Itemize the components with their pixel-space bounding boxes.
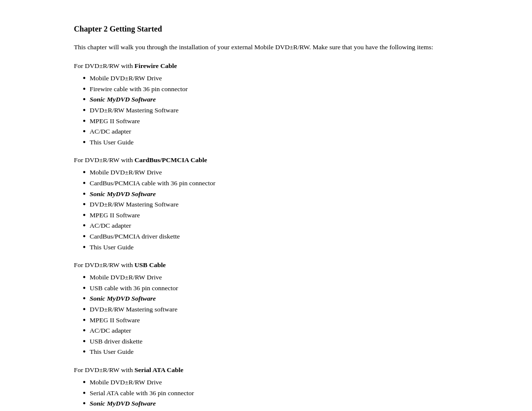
- section-heading-firewire: For DVD±R/RW with Firewire Cable: [74, 62, 458, 70]
- section-usb: For DVD±R/RW with USB CableMobile DVD±R/…: [74, 261, 458, 357]
- list-item: MPEG II Software: [83, 315, 458, 326]
- section-heading-cardbus: For DVD±R/RW with CardBus/PCMCIA Cable: [74, 156, 458, 164]
- list-item: Sonic MyDVD Software: [83, 398, 458, 409]
- list-item: USB driver diskette: [83, 336, 458, 347]
- list-item: Serial ATA cable with 36 pin connector: [83, 388, 458, 399]
- list-item: DVD±R/RW Mastering software: [83, 409, 458, 411]
- list-item: DVD±R/RW Mastering Software: [83, 199, 458, 210]
- sections-container: For DVD±R/RW with Firewire CableMobile D…: [74, 62, 458, 411]
- list-item: Mobile DVD±R/RW Drive: [83, 73, 458, 84]
- list-item: MPEG II Software: [83, 116, 458, 127]
- bullet-list-cardbus: Mobile DVD±R/RW DriveCardBus/PCMCIA cabl…: [74, 167, 458, 252]
- bullet-list-serial-ata: Mobile DVD±R/RW DriveSerial ATA cable wi…: [74, 377, 458, 411]
- list-item: DVD±R/RW Mastering software: [83, 304, 458, 315]
- list-item: Firewire cable with 36 pin connector: [83, 84, 458, 95]
- list-item: AC/DC adapter: [83, 220, 458, 231]
- list-item: MPEG II Software: [83, 210, 458, 221]
- list-item: Mobile DVD±R/RW Drive: [83, 167, 458, 178]
- section-firewire: For DVD±R/RW with Firewire CableMobile D…: [74, 62, 458, 147]
- list-item: Sonic MyDVD Software: [83, 189, 458, 200]
- intro-text: This chapter will walk you through the i…: [74, 42, 458, 52]
- list-item: Sonic MyDVD Software: [83, 94, 458, 105]
- section-serial-ata: For DVD±R/RW with Serial ATA CableMobile…: [74, 366, 458, 411]
- list-item: Mobile DVD±R/RW Drive: [83, 272, 458, 283]
- chapter-heading: Chapter 2 Getting Started: [74, 25, 458, 34]
- list-item: This User Guide: [83, 137, 458, 148]
- list-item: This User Guide: [83, 242, 458, 253]
- section-cardbus: For DVD±R/RW with CardBus/PCMCIA CableMo…: [74, 156, 458, 252]
- list-item: USB cable with 36 pin connector: [83, 283, 458, 294]
- list-item: This User Guide: [83, 346, 458, 357]
- page-container: Chapter 2 Getting Started This chapter w…: [74, 0, 458, 411]
- list-item: Mobile DVD±R/RW Drive: [83, 377, 458, 388]
- list-item: AC/DC adapter: [83, 126, 458, 137]
- section-heading-serial-ata: For DVD±R/RW with Serial ATA Cable: [74, 366, 458, 374]
- bullet-list-firewire: Mobile DVD±R/RW DriveFirewire cable with…: [74, 73, 458, 147]
- list-item: CardBus/PCMCIA driver diskette: [83, 231, 458, 242]
- list-item: Sonic MyDVD Software: [83, 293, 458, 304]
- list-item: DVD±R/RW Mastering Software: [83, 105, 458, 116]
- bullet-list-usb: Mobile DVD±R/RW DriveUSB cable with 36 p…: [74, 272, 458, 357]
- list-item: CardBus/PCMCIA cable with 36 pin connect…: [83, 178, 458, 189]
- list-item: AC/DC adapter: [83, 325, 458, 336]
- section-heading-usb: For DVD±R/RW with USB Cable: [74, 261, 458, 269]
